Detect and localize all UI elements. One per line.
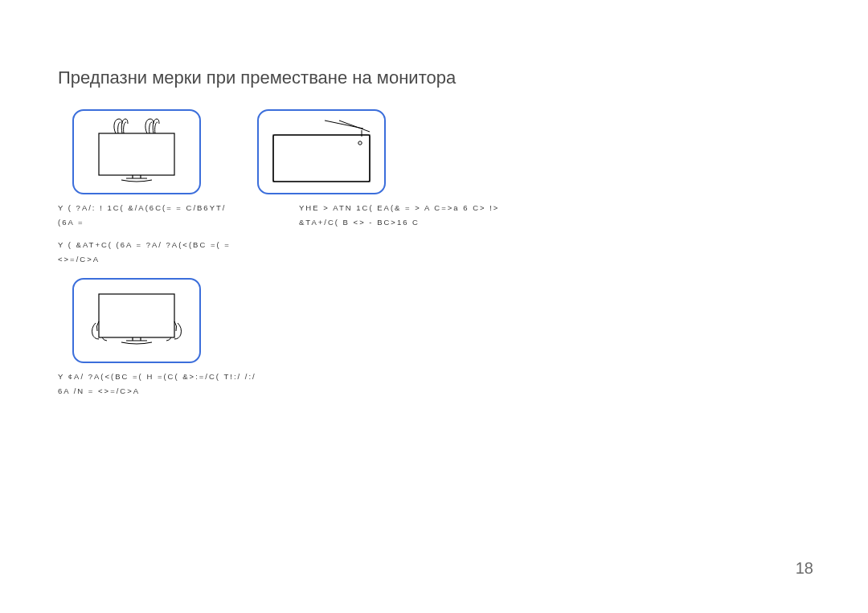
figure-row-2 bbox=[58, 278, 810, 363]
caption-1-right-line1: YНЕ > ATN 1C( EA(& = > A C=>a 6 C> !> bbox=[299, 201, 556, 215]
svg-rect-1 bbox=[273, 135, 370, 182]
caption-1-right-line2: &TA+/C( B <> - BC>16 C bbox=[299, 215, 556, 230]
caption-2-left-line1: Y ( &AT+C( (6A = ?A/ ?A(<(BC =( = bbox=[58, 238, 267, 252]
monitor-hold-top-icon bbox=[84, 116, 189, 188]
page-number: 18 bbox=[796, 559, 813, 578]
figure-box-flat bbox=[257, 109, 386, 194]
figure-box-hold-bottom bbox=[72, 278, 201, 363]
caption-row-1: Y ( ?A/: ! 1C( &/A(6C(= = C/B6YT/ (6A = … bbox=[58, 201, 810, 230]
monitor-hold-bottom-icon bbox=[84, 284, 189, 357]
page-title: Предпазни мерки при преместване на монит… bbox=[58, 67, 810, 88]
svg-point-3 bbox=[358, 141, 362, 145]
caption-3-line2: 6A /N = <>=/C>A bbox=[58, 384, 379, 398]
figure-box-hold-top bbox=[72, 109, 201, 194]
caption-row-3: Y ¢A/ ?A(<(BC =( H =(C( &>:=/C( T!:/ /:/… bbox=[58, 370, 810, 398]
caption-1-left-line1: Y ( ?A/: ! 1C( &/A(6C(= = C/B6YT/ bbox=[58, 201, 267, 215]
svg-rect-2 bbox=[273, 135, 370, 182]
caption-2-left-line2: <>=/C>A bbox=[58, 252, 267, 267]
caption-1-left-line2: (6A = bbox=[58, 215, 267, 230]
svg-rect-0 bbox=[99, 133, 174, 175]
svg-rect-4 bbox=[99, 294, 174, 337]
caption-3-line1: Y ¢A/ ?A(<(BC =( H =(C( &>:=/C( T!:/ /:/ bbox=[58, 370, 379, 384]
monitor-flat-icon bbox=[265, 116, 378, 188]
figure-row-1 bbox=[58, 109, 810, 194]
caption-row-2: Y ( &AT+C( (6A = ?A/ ?A(<(BC =( = <>=/C>… bbox=[58, 238, 810, 267]
